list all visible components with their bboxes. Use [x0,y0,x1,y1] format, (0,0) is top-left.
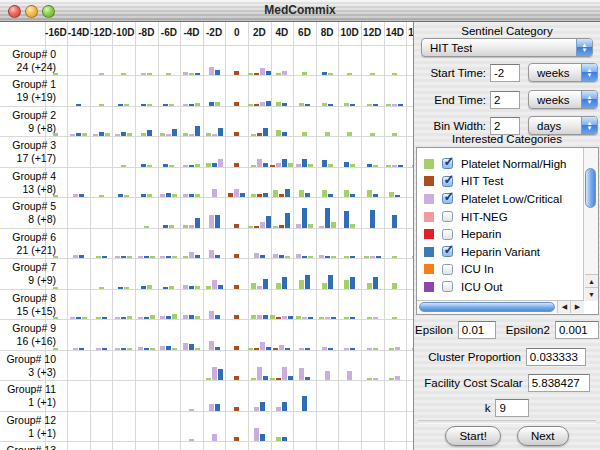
column-header: 8D [316,27,339,41]
event-bar [102,317,107,319]
event-bar [273,226,278,228]
event-bar [325,317,330,319]
event-bar [160,316,165,319]
event-bar [328,194,333,197]
event-bar [276,407,281,411]
event-bar [118,104,123,106]
column-header: -4D [180,27,203,41]
scroll-left-arrow[interactable]: ◀ [557,301,571,313]
group-count: 19 (+19) [0,91,56,104]
event-bar [212,434,217,441]
event-bar [234,437,239,441]
action-buttons: Start! Next [414,426,600,446]
gridline-horizontal [0,350,413,351]
event-bar [350,317,355,319]
event-bar [325,256,330,258]
event-bar [127,133,132,136]
event-bar [150,256,155,258]
event-bar [96,348,101,350]
start-time-input[interactable] [490,64,520,82]
minimize-button[interactable] [25,5,38,18]
titlebar[interactable]: MedCommix [0,0,600,22]
k-input[interactable] [495,399,529,417]
event-bar [234,254,239,258]
event-bar [322,283,327,289]
bin-width-input[interactable] [490,117,520,135]
event-bar [82,133,87,136]
category-checkbox[interactable] [442,176,453,187]
event-bar [206,163,211,167]
horizontal-scrollbar[interactable]: ◀ ▶ [417,300,584,314]
event-bar [322,160,327,167]
event-bar [282,132,287,136]
event-bar [386,165,391,167]
event-bar [195,164,200,167]
cluster-proportion-input[interactable] [526,348,586,366]
event-bar [53,256,58,258]
event-bar [121,317,126,319]
end-time-label: End Time: [414,94,486,106]
vertical-scroll-thumb[interactable] [585,168,596,208]
event-bar [270,165,275,167]
event-bar [347,73,352,75]
group-name: Group# 8 [0,292,56,305]
event-bar [141,194,146,197]
category-checkbox[interactable] [442,193,453,204]
vertical-scrollbar[interactable]: ▲ ▼ [583,148,598,301]
window-title: MedCommix [0,0,600,21]
category-color-swatch [424,159,434,169]
event-bar [257,286,262,289]
epsilon2-input[interactable] [555,321,599,339]
event-bar [70,134,75,136]
event-bar [373,277,378,289]
start-button[interactable]: Start! [445,426,500,446]
event-bar [376,256,381,258]
category-checkbox[interactable] [442,246,453,257]
epsilon-input[interactable] [458,321,496,339]
event-bar [325,132,330,136]
column-header: -6D [158,27,181,41]
event-bar [99,104,104,106]
event-bar [166,256,171,258]
group-count: 16 (+16) [0,335,56,348]
event-bar [350,348,355,350]
event-bar [96,317,101,319]
facility-cost-scalar-input[interactable] [528,374,590,392]
start-time-unit-select[interactable]: weeks ▲▼ [528,63,598,82]
event-bar [172,256,177,258]
group-label: Group# 13 [0,444,56,450]
scroll-down-arrow[interactable]: ▼ [585,287,598,301]
end-time-input[interactable] [490,91,520,109]
event-bar [254,428,259,441]
zoom-button[interactable] [42,5,55,18]
event-bar [347,132,352,136]
event-bar [389,378,394,380]
event-bar [260,68,265,75]
group-label: Group# 103 (+3) [0,353,56,379]
event-bar [183,72,188,75]
close-button[interactable] [8,5,21,18]
category-checkbox[interactable] [442,211,453,222]
event-bar [328,348,333,350]
category-checkbox[interactable] [442,264,453,275]
scroll-right-arrow[interactable]: ▶ [570,301,584,313]
epsilon-row: Epsilon Epsilon2 [414,321,600,339]
category-checkbox[interactable] [442,281,453,292]
event-bar [195,286,200,289]
event-bar [251,315,256,319]
horizontal-scroll-thumb[interactable] [419,302,555,312]
group-label: Group# 58 (+8) [0,200,56,226]
group-count: 13 (+8) [0,183,56,196]
event-bar [370,256,375,258]
popup-arrows-icon: ▲▼ [581,117,597,134]
end-time-unit-select[interactable]: weeks ▲▼ [528,90,598,109]
event-bar [331,317,336,319]
category-color-swatch [424,247,434,257]
category-checkbox[interactable] [442,158,453,169]
next-button[interactable]: Next [517,426,569,446]
sentinel-category-select[interactable]: HIT Test ▲▼ [421,38,593,57]
event-bar [141,164,146,167]
category-checkbox[interactable] [442,229,453,240]
event-bar [251,194,256,197]
scroll-up-arrow[interactable]: ▲ [585,274,598,288]
